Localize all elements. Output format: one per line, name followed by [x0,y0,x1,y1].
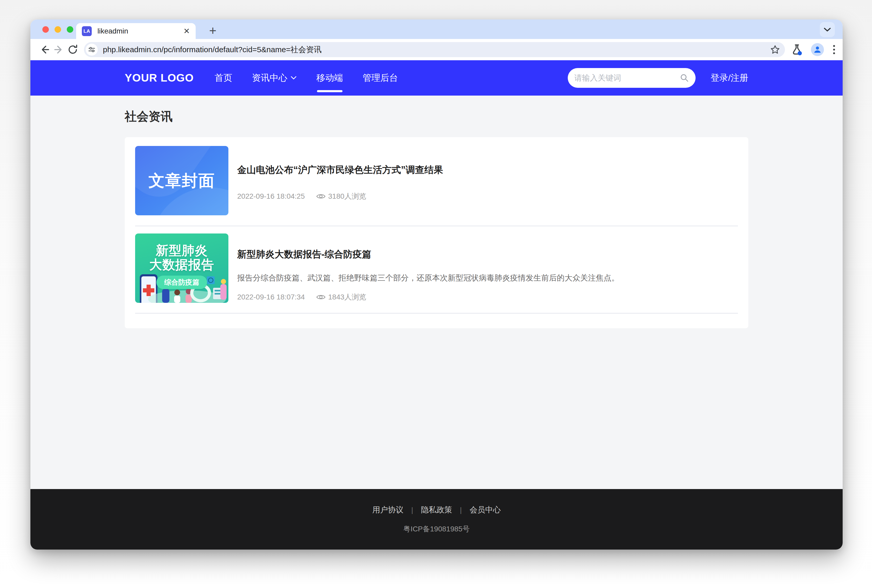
article-views: 1843人浏览 [316,292,366,302]
browser-menu-button[interactable] [833,45,835,54]
search-icon[interactable] [680,74,689,82]
tab-strip: LA likeadmin ✕ + [30,20,843,39]
address-bar[interactable]: php.likeadmin.cn/pc/information/default?… [84,42,785,57]
article-date: 2022-09-16 18:07:34 [237,293,305,301]
tab-close-icon[interactable]: ✕ [183,27,190,35]
back-icon [39,44,50,55]
article-views: 3180人浏览 [316,191,366,201]
nav-item-admin[interactable]: 管理后台 [363,72,398,84]
new-tab-button[interactable]: + [205,22,221,38]
browser-window: LA likeadmin ✕ + [30,20,843,549]
tab-favicon: LA [82,26,92,36]
cover-badge: 综合防疫篇 [156,276,207,289]
cover-text-line1: 新型肺炎 [156,243,208,258]
footer-link-user-agreement[interactable]: 用户协议 [372,505,404,515]
article-meta: 2022-09-16 18:07:34 1843人浏览 [237,292,738,302]
divider [135,313,738,314]
footer-separator: | [460,506,462,514]
back-button[interactable] [38,43,52,57]
forward-button[interactable] [52,43,66,57]
article-title[interactable]: 新型肺炎大数据报告-综合防疫篇 [237,248,738,261]
footer-links: 用户协议 | 隐私政策 | 会员中心 [372,505,501,515]
tab-search-button[interactable] [820,22,835,37]
nav-item-home[interactable]: 首页 [215,72,232,84]
login-register-link[interactable]: 登录/注册 [711,72,748,84]
nav-item-mobile[interactable]: 移动端 [317,72,343,84]
bookmark-star-icon[interactable] [770,44,780,55]
article-date: 2022-09-16 18:04:25 [237,192,305,201]
kebab-menu-icon [833,45,835,54]
chevron-down-icon [291,76,297,80]
reload-icon [67,44,78,55]
site-logo[interactable]: YOUR LOGO [125,72,194,84]
site-info-button[interactable] [86,44,98,56]
divider [135,226,738,226]
article-list-card: 文章封面 金山电池公布“沪广深市民绿色生活方式”调查结果 2022-09-16 … [125,137,748,328]
site-search[interactable] [568,68,696,88]
article-meta: 2022-09-16 18:04:25 3180人浏览 [237,191,738,201]
article-item[interactable]: 文章封面 金山电池公布“沪广深市民绿色生活方式”调查结果 2022-09-16 … [135,146,738,215]
experiments-button[interactable] [792,44,802,56]
footer-icp: 粤ICP备19081985号 [403,524,470,534]
chevron-down-icon [823,27,831,32]
page-body: 社会资讯 文章封面 金山电池公布“沪广深市民绿色生活方式”调查结果 2022-0… [30,96,843,489]
footer-separator: | [411,506,413,514]
nav-item-news-center[interactable]: 资讯中心 [252,72,297,84]
profile-avatar[interactable] [811,43,824,56]
traffic-lights [42,26,73,33]
eye-icon [316,294,326,300]
toolbar-right-icons [792,43,835,56]
footer-link-member-center[interactable]: 会员中心 [470,505,501,515]
cover-text: 文章封面 [149,170,215,192]
tune-icon [88,46,95,53]
reload-button[interactable] [66,43,80,57]
browser-toolbar: php.likeadmin.cn/pc/information/default?… [30,39,843,60]
article-cover-image[interactable]: 文章封面 [135,146,228,215]
browser-tab[interactable]: LA likeadmin ✕ [76,23,196,39]
search-input[interactable] [575,74,680,82]
eye-icon [316,193,326,200]
footer-link-privacy-policy[interactable]: 隐私政策 [421,505,452,515]
article-cover-image[interactable]: 新型肺炎 大数据报告 综合防疫篇 [135,234,228,303]
forward-icon [53,44,64,55]
page-title: 社会资讯 [125,96,748,124]
flask-icon [792,44,802,56]
zoom-window-button[interactable] [67,26,73,33]
close-window-button[interactable] [42,26,49,33]
site-footer: 用户协议 | 隐私政策 | 会员中心 粤ICP备19081985号 [30,489,843,549]
site-header: YOUR LOGO 首页 资讯中心 移动端 管理后台 [30,60,843,96]
article-item[interactable]: 新型肺炎 大数据报告 综合防疫篇 [135,234,738,303]
article-description: 报告分综合防疫篇、武汉篇、拒绝野味篇三个部分，还原本次新型冠状病毒肺炎疫情发生前… [237,273,738,284]
url-text[interactable]: php.likeadmin.cn/pc/information/default?… [103,44,770,55]
cover-text-line2: 大数据报告 [149,258,215,272]
article-title[interactable]: 金山电池公布“沪广深市民绿色生活方式”调查结果 [237,164,738,176]
tab-title: likeadmin [98,27,180,35]
main-nav: 首页 资讯中心 移动端 管理后台 [215,72,398,84]
minimize-window-button[interactable] [54,26,61,33]
person-icon [813,45,822,54]
